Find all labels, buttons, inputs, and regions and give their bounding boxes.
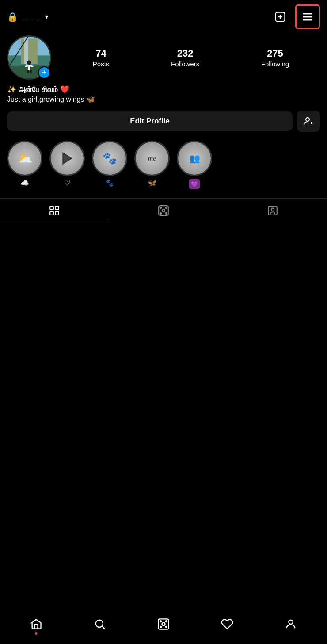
following-label: Following (261, 60, 289, 68)
bio-name: ✨ அன்பே சிவம் ❤️ (7, 85, 320, 94)
svg-marker-24 (63, 153, 72, 164)
add-story-button[interactable]: + (38, 66, 50, 79)
hamburger-menu-button[interactable] (295, 4, 320, 29)
add-person-button[interactable] (297, 111, 320, 132)
posts-label: Posts (93, 60, 110, 68)
svg-rect-27 (50, 211, 54, 215)
svg-point-41 (160, 621, 161, 622)
action-row: Edit Profile (0, 104, 327, 132)
nav-home-button[interactable] (23, 611, 49, 637)
tab-reels[interactable] (109, 199, 218, 222)
svg-rect-25 (50, 206, 54, 210)
tab-grid[interactable] (0, 199, 109, 222)
svg-rect-28 (55, 211, 59, 215)
svg-rect-26 (55, 206, 59, 210)
highlight-icon-3: 🐾 (103, 152, 117, 165)
tab-tagged[interactable] (218, 199, 327, 222)
highlight-circle-4: me (134, 141, 170, 176)
stats-row: 74 Posts 232 Followers 275 Following (62, 48, 320, 68)
svg-point-43 (160, 626, 161, 628)
top-bar: 🔒 _ _ _ ▾ (0, 0, 327, 32)
svg-line-38 (102, 626, 105, 629)
followers-label: Followers (171, 60, 199, 68)
svg-line-17 (25, 66, 28, 67)
chevron-down-icon[interactable]: ▾ (45, 13, 48, 20)
svg-point-33 (160, 213, 161, 214)
highlight-item-4[interactable]: me 🦋 (134, 141, 170, 189)
followers-count: 232 (177, 48, 194, 59)
following-count: 275 (267, 48, 283, 59)
posts-stat[interactable]: 74 Posts (93, 48, 110, 68)
highlight-label-5: 💜 (189, 179, 200, 189)
highlight-icon-5: 👥 (189, 153, 200, 164)
profile-row: + 74 Posts 232 Followers 275 Following (7, 35, 320, 80)
tabs-row (0, 198, 327, 222)
svg-point-32 (166, 207, 167, 208)
top-bar-right (270, 4, 320, 29)
highlight-item-1[interactable]: ⛅ ☁️ (7, 141, 42, 189)
svg-point-30 (162, 209, 165, 212)
svg-point-31 (160, 207, 161, 208)
avatar-wrapper[interactable]: + (7, 35, 51, 80)
svg-point-42 (166, 621, 167, 622)
nav-search-button[interactable] (87, 611, 113, 637)
highlight-circle-1: ⛅ (7, 141, 42, 176)
svg-point-45 (289, 620, 293, 624)
svg-point-12 (27, 61, 31, 65)
svg-point-37 (96, 620, 103, 627)
highlights-row: ⛅ ☁️ ♡ 🐾 🐾 me 🦋 (0, 132, 327, 195)
svg-rect-14 (27, 70, 29, 73)
highlight-item-2[interactable]: ♡ (49, 141, 85, 189)
highlight-circle-3: 🐾 (92, 141, 127, 176)
svg-point-21 (306, 118, 309, 121)
highlight-item-3[interactable]: 🐾 🐾 (92, 141, 127, 189)
add-content-button[interactable] (270, 7, 290, 27)
svg-rect-15 (30, 70, 32, 73)
nav-profile-button[interactable] (278, 611, 304, 637)
bio-section: ✨ அன்பே சிவம் ❤️ Just a girl,growing win… (0, 80, 327, 104)
bio-tagline: Just a girl,growing wings 🦋 (7, 95, 320, 104)
nav-heart-button[interactable] (214, 611, 240, 637)
followers-stat[interactable]: 232 Followers (171, 48, 199, 68)
svg-point-36 (271, 208, 274, 211)
home-dot (35, 632, 38, 635)
svg-point-44 (166, 626, 167, 628)
top-bar-left: 🔒 _ _ _ ▾ (7, 12, 48, 22)
svg-point-34 (166, 213, 167, 214)
profile-section: + 74 Posts 232 Followers 275 Following (0, 32, 327, 80)
lock-icon: 🔒 (7, 12, 18, 22)
svg-rect-13 (28, 65, 30, 70)
content-area (0, 222, 327, 488)
highlight-icon-4: me (148, 154, 156, 162)
highlight-label-4: 🦋 (148, 179, 156, 187)
highlight-icon-1: ⛅ (17, 151, 33, 166)
username-text: _ _ _ (22, 12, 42, 22)
highlight-label-1: ☁️ (20, 179, 29, 187)
svg-line-18 (30, 66, 34, 67)
nav-reels-button[interactable] (150, 611, 177, 637)
highlight-label-2: ♡ (64, 179, 70, 187)
svg-rect-8 (21, 39, 38, 64)
edit-profile-button[interactable]: Edit Profile (7, 111, 293, 131)
highlight-circle-5: 👥 (177, 141, 212, 176)
svg-point-40 (162, 622, 165, 625)
bottom-nav (0, 609, 327, 644)
posts-count: 74 (95, 48, 106, 59)
highlight-circle-2 (49, 141, 85, 176)
username-area: _ _ _ ▾ (22, 12, 48, 22)
highlight-item-5[interactable]: 👥 💜 (177, 141, 212, 189)
play-icon (60, 151, 74, 165)
highlight-label-3: 🐾 (105, 179, 114, 187)
following-stat[interactable]: 275 Following (261, 48, 289, 68)
